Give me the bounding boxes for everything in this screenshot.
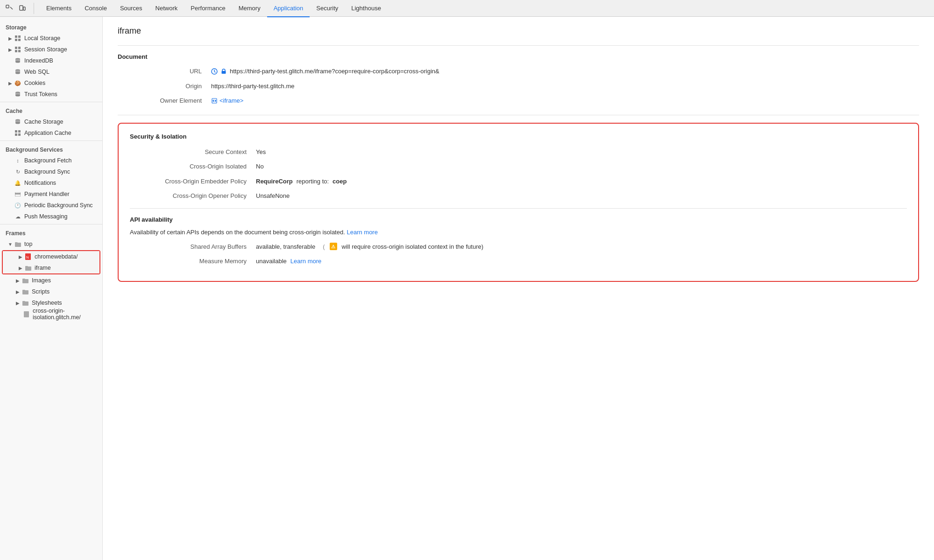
expand-icon: ▶ bbox=[7, 35, 13, 41]
sync-icon: ↻ bbox=[14, 168, 21, 175]
grid-icon bbox=[14, 35, 21, 42]
embedder-policy-text: RequireCorp bbox=[256, 177, 293, 186]
security-row-cross-origin-isolated: Cross-Origin Isolated No bbox=[130, 162, 907, 171]
sidebar-item-iframe[interactable]: ▶ iframe bbox=[3, 262, 99, 273]
devtools-icons bbox=[4, 3, 34, 14]
tab-lighthouse[interactable]: Lighthouse bbox=[345, 0, 388, 17]
sidebar-item-periodic-bg-sync[interactable]: ▶ 🕐 Periodic Background Sync bbox=[0, 200, 102, 211]
sidebar-item-stylesheets[interactable]: ▶ Stylesheets bbox=[0, 297, 102, 308]
inspect-icon[interactable] bbox=[4, 3, 15, 14]
tab-elements[interactable]: Elements bbox=[40, 0, 78, 17]
file-icon bbox=[22, 310, 30, 318]
expand-icon: ▼ bbox=[7, 241, 13, 247]
tab-bar: Elements Console Sources Network Perform… bbox=[0, 0, 934, 17]
sidebar-item-payment-handler[interactable]: ▶ Payment Handler bbox=[0, 189, 102, 200]
doc-row-origin: Origin https://third-party-test.glitch.m… bbox=[118, 82, 919, 91]
sidebar-item-cache-storage-label: Cache Storage bbox=[24, 119, 63, 125]
sidebar-item-application-cache[interactable]: ▶ Application Cache bbox=[0, 127, 102, 139]
expand-icon: ▶ bbox=[7, 47, 13, 52]
url-icon-lock bbox=[220, 68, 227, 75]
shared-array-warning-note: will require cross-origin isolated conte… bbox=[342, 242, 483, 252]
folder-small-icon bbox=[24, 264, 32, 272]
expand-icon: ▶ bbox=[15, 289, 21, 294]
security-row-secure-context: Secure Context Yes bbox=[130, 147, 907, 157]
api-row-measure-memory: Measure Memory unavailable Learn more bbox=[130, 257, 907, 266]
warning-icon: ⚠ bbox=[330, 243, 337, 250]
svg-rect-7 bbox=[15, 47, 17, 49]
sidebar-item-push-messaging[interactable]: ▶ ☁ Push Messaging bbox=[0, 211, 102, 222]
svg-rect-2 bbox=[23, 7, 25, 10]
svg-rect-8 bbox=[18, 47, 21, 49]
sidebar-item-images-label: Images bbox=[32, 277, 51, 284]
sidebar-item-notifications-label: Notifications bbox=[24, 180, 56, 186]
sidebar-item-cross-origin-file[interactable]: cross-origin-isolation.glitch.me/ bbox=[0, 308, 102, 320]
api-learn-more-link[interactable]: Learn more bbox=[347, 229, 377, 236]
tab-sources[interactable]: Sources bbox=[113, 0, 149, 17]
expand-icon: ▶ bbox=[15, 300, 21, 306]
sidebar-item-local-storage[interactable]: ▶ Local Storage bbox=[0, 33, 102, 44]
shared-array-value: available, transferable ( ⚠ will require… bbox=[256, 242, 483, 252]
sidebar-item-chromewebdata[interactable]: ▶ N chromewebdata/ bbox=[3, 251, 99, 262]
folder-icon bbox=[14, 240, 21, 248]
main-layout: Storage ▶ Local Storage ▶ Session Storag… bbox=[0, 17, 934, 560]
device-icon[interactable] bbox=[17, 3, 28, 14]
sidebar-item-trust-tokens[interactable]: ▶ Trust Tokens bbox=[0, 89, 102, 100]
url-text: https://third-party-test.glitch.me/ifram… bbox=[230, 67, 439, 76]
arrows-icon: ↕ bbox=[14, 157, 21, 164]
tab-performance[interactable]: Performance bbox=[184, 0, 232, 17]
svg-point-16 bbox=[15, 72, 20, 74]
card-icon bbox=[14, 190, 21, 198]
iframe-link[interactable]: <iframe> bbox=[211, 96, 243, 105]
svg-point-19 bbox=[15, 95, 20, 97]
sidebar-item-chromewebdata-label: chromewebdata/ bbox=[35, 253, 78, 260]
security-row-embedder-policy: Cross-Origin Embedder Policy RequireCorp… bbox=[130, 177, 907, 186]
tab-application[interactable]: Application bbox=[267, 0, 310, 17]
doc-row-owner: Owner Element <iframe> bbox=[118, 96, 919, 105]
secure-context-label: Secure Context bbox=[130, 147, 256, 157]
divider bbox=[0, 224, 102, 224]
measure-memory-value: unavailable Learn more bbox=[256, 257, 321, 266]
expand-icon: ▶ bbox=[7, 80, 13, 86]
grid-icon bbox=[14, 129, 21, 137]
content-panel: iframe Document URL bbox=[103, 17, 934, 560]
sidebar-item-indexeddb[interactable]: ▶ IndexedDB bbox=[0, 55, 102, 66]
doc-row-url: URL bbox=[118, 67, 919, 76]
svg-rect-10 bbox=[18, 50, 21, 52]
tab-network[interactable]: Network bbox=[149, 0, 184, 17]
opener-policy-value: UnsafeNone bbox=[256, 191, 290, 201]
cylinder-icon bbox=[14, 57, 21, 64]
tab-console[interactable]: Console bbox=[78, 0, 113, 17]
sidebar-item-notifications[interactable]: ▶ 🔔 Notifications bbox=[0, 177, 102, 189]
sidebar-item-top[interactable]: ▼ top bbox=[0, 238, 102, 250]
sidebar-storage-label: Storage bbox=[0, 21, 102, 33]
svg-rect-26 bbox=[18, 133, 21, 136]
measure-memory-learn-more[interactable]: Learn more bbox=[290, 257, 321, 266]
sidebar-item-scripts[interactable]: ▶ Scripts bbox=[0, 286, 102, 297]
svg-rect-28 bbox=[15, 193, 21, 195]
tab-memory[interactable]: Memory bbox=[232, 0, 267, 17]
sidebar-item-images[interactable]: ▶ Images bbox=[0, 275, 102, 286]
sidebar-item-cookies[interactable]: ▶ 🍪 Cookies bbox=[0, 77, 102, 89]
svg-rect-6 bbox=[18, 39, 21, 41]
api-desc-text: Availability of certain APIs depends on … bbox=[130, 229, 345, 236]
security-api-box: Security & Isolation Secure Context Yes … bbox=[118, 123, 919, 282]
tab-security[interactable]: Security bbox=[310, 0, 345, 17]
sidebar-item-session-storage-label: Session Storage bbox=[24, 46, 67, 53]
sidebar-item-scripts-label: Scripts bbox=[32, 288, 50, 295]
folder-icon bbox=[21, 299, 29, 307]
frames-red-outline-group: ▶ N chromewebdata/ ▶ iframe bbox=[2, 250, 100, 274]
expand-icon: ▶ bbox=[15, 278, 21, 283]
cylinder-icon bbox=[14, 68, 21, 76]
sidebar-item-websql[interactable]: ▶ Web SQL bbox=[0, 66, 102, 77]
sidebar-item-cache-storage[interactable]: ▶ Cache Storage bbox=[0, 116, 102, 127]
svg-rect-24 bbox=[18, 130, 21, 133]
opener-policy-text: UnsafeNone bbox=[256, 191, 290, 201]
sidebar-item-bg-fetch[interactable]: ▶ ↕ Background Fetch bbox=[0, 155, 102, 166]
embedder-policy-label: Cross-Origin Embedder Policy bbox=[130, 177, 256, 186]
page-title: iframe bbox=[118, 26, 919, 36]
url-label: URL bbox=[118, 67, 211, 76]
svg-rect-1 bbox=[20, 6, 23, 10]
sidebar-item-session-storage[interactable]: ▶ Session Storage bbox=[0, 44, 102, 55]
sidebar-item-bg-sync[interactable]: ▶ ↻ Background Sync bbox=[0, 166, 102, 177]
divider bbox=[0, 140, 102, 141]
